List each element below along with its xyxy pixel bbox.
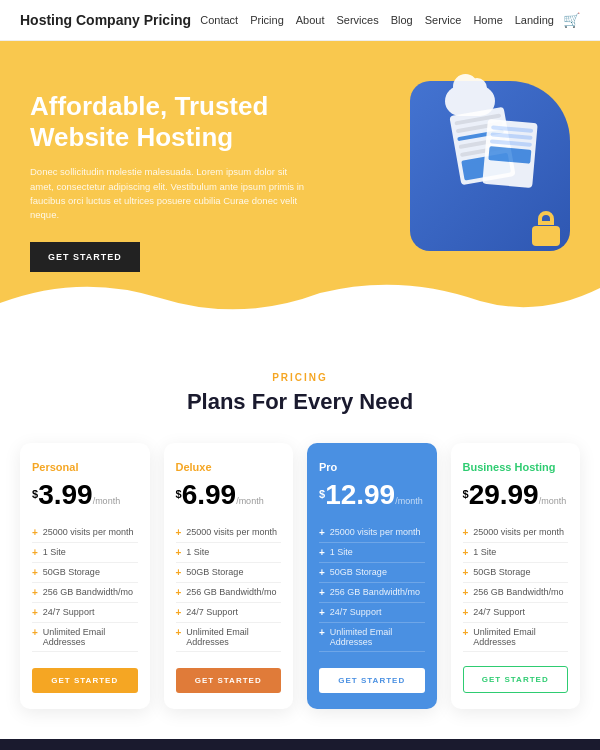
plan-feature-item: 25000 visits per month: [32, 523, 138, 543]
plan-feature-item: 256 GB Bandwidth/mo: [319, 583, 425, 603]
nav-link-about[interactable]: About: [296, 14, 325, 26]
plan-feature-item: 24/7 Support: [463, 603, 569, 623]
cart-icon[interactable]: 🛒: [563, 12, 580, 28]
plan-features-list: 25000 visits per month1 Site50GB Storage…: [319, 523, 425, 654]
nav-link-home[interactable]: Home: [473, 14, 502, 26]
plan-feature-item: 256 GB Bandwidth/mo: [176, 583, 282, 603]
hero-content: Affordable, Trusted Website Hosting Done…: [30, 91, 310, 272]
hero-section: Affordable, Trusted Website Hosting Done…: [0, 41, 600, 332]
plan-price: $6.99/month: [176, 481, 282, 509]
plan-feature-item: 50GB Storage: [32, 563, 138, 583]
hero-body: Donec sollicitudin molestie malesuada. L…: [30, 165, 310, 222]
hero-wave: [0, 273, 600, 332]
navbar: Hosting Company Pricing ContactPricingAb…: [0, 0, 600, 41]
plan-feature-item: 25000 visits per month: [176, 523, 282, 543]
price-amount: 3.99: [38, 479, 93, 510]
nav-link-services[interactable]: Services: [337, 14, 379, 26]
price-amount: 12.99: [325, 479, 395, 510]
plan-feature-item: Unlimited Email Addresses: [176, 623, 282, 652]
plan-cta-button[interactable]: GET STARTED: [319, 668, 425, 693]
plan-cta-button[interactable]: GET STARTED: [463, 666, 569, 693]
plan-price: $12.99/month: [319, 481, 425, 509]
plan-card-personal: Personal$3.99/month25000 visits per mont…: [20, 443, 150, 709]
plan-cta-button[interactable]: GET STARTED: [176, 668, 282, 693]
plans-grid: Personal$3.99/month25000 visits per mont…: [20, 443, 580, 709]
plan-features-list: 25000 visits per month1 Site50GB Storage…: [463, 523, 569, 652]
plan-feature-item: 1 Site: [176, 543, 282, 563]
plan-price: $29.99/month: [463, 481, 569, 509]
plan-feature-item: 1 Site: [463, 543, 569, 563]
price-period: /month: [93, 496, 121, 506]
nav-link-landing[interactable]: Landing: [515, 14, 554, 26]
plan-feature-item: 50GB Storage: [463, 563, 569, 583]
plan-feature-item: 25000 visits per month: [319, 523, 425, 543]
price-amount: 6.99: [182, 479, 237, 510]
price-amount: 29.99: [469, 479, 539, 510]
plan-feature-item: 1 Site: [32, 543, 138, 563]
hero-illustration: [370, 71, 580, 271]
nav-link-blog[interactable]: Blog: [391, 14, 413, 26]
illus-lock: [532, 211, 560, 246]
plan-name: Personal: [32, 461, 138, 473]
site-logo: Hosting Company Pricing: [20, 12, 191, 28]
plan-name: Deluxe: [176, 461, 282, 473]
price-period: /month: [539, 496, 567, 506]
plan-feature-item: 1 Site: [319, 543, 425, 563]
plan-features-list: 25000 visits per month1 Site50GB Storage…: [32, 523, 138, 654]
pricing-section: PRICING Plans For Every Need Personal$3.…: [0, 332, 600, 739]
plan-feature-item: 256 GB Bandwidth/mo: [463, 583, 569, 603]
plan-feature-item: 25000 visits per month: [463, 523, 569, 543]
plan-feature-item: 24/7 Support: [32, 603, 138, 623]
nav-link-pricing[interactable]: Pricing: [250, 14, 284, 26]
plan-card-business-hosting: Business Hosting$29.99/month25000 visits…: [451, 443, 581, 709]
plan-cta-button[interactable]: GET STARTED: [32, 668, 138, 693]
illus-doc-2: [482, 119, 537, 188]
nav-links: ContactPricingAboutServicesBlogServiceHo…: [200, 14, 554, 26]
plan-feature-item: 50GB Storage: [176, 563, 282, 583]
plan-feature-item: Unlimited Email Addresses: [463, 623, 569, 652]
plan-feature-item: Unlimited Email Addresses: [32, 623, 138, 652]
plan-features-list: 25000 visits per month1 Site50GB Storage…: [176, 523, 282, 654]
plan-feature-item: 50GB Storage: [319, 563, 425, 583]
plan-feature-item: 256 GB Bandwidth/mo: [32, 583, 138, 603]
faq-bar: Have Questions? GET INTOUCH: [0, 739, 600, 750]
plan-price: $3.99/month: [32, 481, 138, 509]
pricing-label: PRICING: [20, 372, 580, 383]
plan-card-deluxe: Deluxe$6.99/month25000 visits per month1…: [164, 443, 294, 709]
plan-feature-item: 24/7 Support: [319, 603, 425, 623]
hero-headline: Affordable, Trusted Website Hosting: [30, 91, 310, 153]
hero-cta-button[interactable]: GET STARTED: [30, 242, 140, 272]
price-period: /month: [395, 496, 423, 506]
plan-name: Business Hosting: [463, 461, 569, 473]
nav-link-service[interactable]: Service: [425, 14, 462, 26]
plan-feature-item: 24/7 Support: [176, 603, 282, 623]
nav-link-contact[interactable]: Contact: [200, 14, 238, 26]
plan-card-pro: Pro$12.99/month25000 visits per month1 S…: [307, 443, 437, 709]
plan-feature-item: Unlimited Email Addresses: [319, 623, 425, 652]
pricing-title: Plans For Every Need: [20, 389, 580, 415]
plan-name: Pro: [319, 461, 425, 473]
price-period: /month: [236, 496, 264, 506]
